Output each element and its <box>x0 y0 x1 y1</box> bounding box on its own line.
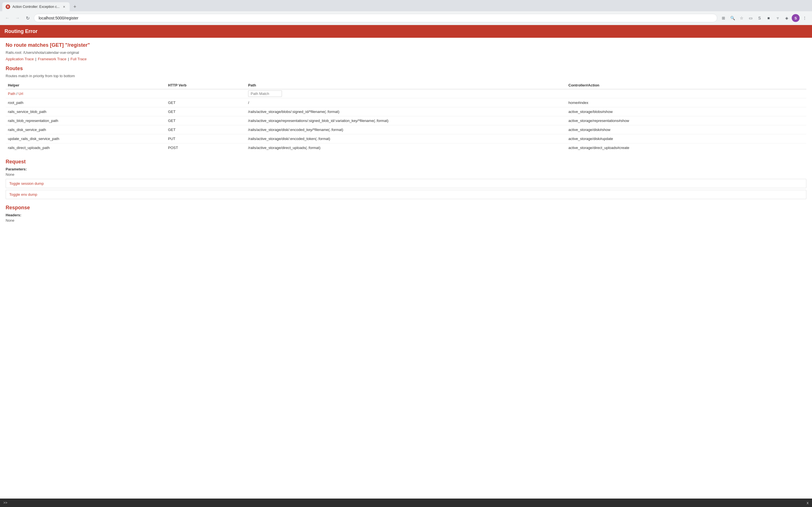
translate-icon[interactable]: ⊞ <box>719 14 727 22</box>
path-url-controller-cell <box>566 89 806 98</box>
application-trace-link[interactable]: Application Trace <box>6 57 34 61</box>
helper-cell: rails_direct_uploads_path <box>6 144 166 152</box>
parameters-label: Parameters: <box>6 167 806 171</box>
menu-icon[interactable]: ⋮ <box>801 14 809 22</box>
routes-subtitle: Routes match in priority from top to bot… <box>6 74 806 78</box>
controller-cell: home#index <box>566 98 806 107</box>
active-tab[interactable]: R Action Controller: Exception c... × <box>2 2 70 11</box>
toggle-session-button[interactable]: Toggle session dump <box>6 179 806 188</box>
trace-links: Application Trace | Framework Trace | Fu… <box>6 57 806 61</box>
extensions-icon[interactable]: ◈ <box>783 14 791 22</box>
controller-cell: active_storage/disk#show <box>566 125 806 134</box>
separator-1: | <box>35 57 38 61</box>
address-input[interactable]: localhost:5000/register <box>34 14 717 22</box>
routing-error-title: Routing Error <box>4 29 38 34</box>
framework-trace-link[interactable]: Framework Trace <box>38 57 66 61</box>
http-verb-column-header: HTTP Verb <box>166 81 246 89</box>
tab-close-button[interactable]: × <box>62 4 66 9</box>
path-cell: /rails/active_storage/blobs/:signed_id/*… <box>246 107 566 116</box>
helper-cell: root_path <box>6 98 166 107</box>
table-header-row: Helper HTTP Verb Path Controller#Action <box>6 81 806 89</box>
verb-cell: GET <box>166 116 246 125</box>
verb-cell: GET <box>166 98 246 107</box>
helper-column-header: Helper <box>6 81 166 89</box>
table-row: rails_service_blob_path GET /rails/activ… <box>6 107 806 116</box>
controller-cell: active_storage/disk#update <box>566 134 806 144</box>
verb-cell: PUT <box>166 134 246 144</box>
helper-cell: rails_disk_service_path <box>6 125 166 134</box>
cast-icon[interactable]: ▭ <box>747 14 755 22</box>
toggle-env-button[interactable]: Toggle env dump <box>6 190 806 199</box>
browser-chrome: R Action Controller: Exception c... × + … <box>0 0 812 25</box>
rails-root: Rails.root: /Users/shota/calendar-vue-or… <box>6 50 806 55</box>
request-section: Request Parameters: None Toggle session … <box>6 159 806 199</box>
url-link[interactable]: Url <box>18 92 23 96</box>
separator-2: | <box>67 57 70 61</box>
tab-bar: R Action Controller: Exception c... × + <box>0 0 812 11</box>
path-cell: / <box>246 98 566 107</box>
path-cell: /rails/active_storage/disk/:encoded_toke… <box>246 134 566 144</box>
helper-cell: rails_blob_representation_path <box>6 116 166 125</box>
back-button[interactable]: ← <box>3 14 11 22</box>
path-match-input[interactable] <box>248 91 282 97</box>
table-row: rails_blob_representation_path GET /rail… <box>6 116 806 125</box>
verb-cell: POST <box>166 144 246 152</box>
browser-actions: ⊞ 🔍 ☆ ▭ S ■ ▿ ◈ S ⋮ <box>719 14 809 22</box>
tab-favicon: R <box>6 4 10 9</box>
response-section-title: Response <box>6 205 806 211</box>
reload-button[interactable]: ↻ <box>24 14 32 22</box>
verb-cell: GET <box>166 125 246 134</box>
tab-title: Action Controller: Exception c... <box>12 5 59 9</box>
parameters-value: None <box>6 172 806 177</box>
verb-cell: GET <box>166 107 246 116</box>
helper-cell: update_rails_disk_service_path <box>6 134 166 144</box>
path-cell: /rails/active_storage/representations/:s… <box>246 116 566 125</box>
address-text: localhost:5000/register <box>39 16 79 20</box>
search-icon[interactable]: 🔍 <box>728 14 737 22</box>
table-row: rails_disk_service_path GET /rails/activ… <box>6 125 806 134</box>
headers-label: Headers: <box>6 213 806 217</box>
controller-cell: active_storage/representations#show <box>566 116 806 125</box>
path-slash: / <box>15 92 18 96</box>
extension1-icon[interactable]: S <box>756 14 763 22</box>
table-row: update_rails_disk_service_path PUT /rail… <box>6 134 806 144</box>
error-title: No route matches [GET] "/register" <box>6 42 806 48</box>
table-row: root_path GET / home#index <box>6 98 806 107</box>
request-section-title: Request <box>6 159 806 165</box>
controller-column-header: Controller#Action <box>566 81 806 89</box>
controller-cell: active_storage/direct_uploads#create <box>566 144 806 152</box>
routing-error-header: Routing Error <box>0 25 812 38</box>
full-trace-link[interactable]: Full Trace <box>70 57 87 61</box>
new-tab-button[interactable]: + <box>71 3 79 11</box>
address-bar: ← → ↻ localhost:5000/register ⊞ 🔍 ☆ ▭ S … <box>0 11 812 25</box>
page-content: Routing Error No route matches [GET] "/r… <box>0 25 812 233</box>
extension2-icon[interactable]: ■ <box>765 14 772 22</box>
response-section: Response Headers: None <box>6 205 806 223</box>
headers-value: None <box>6 218 806 223</box>
path-column-header: Path <box>246 81 566 89</box>
routes-section-title: Routes <box>6 66 806 71</box>
path-url-row: Path / Url <box>6 89 806 98</box>
bookmark-icon[interactable]: ☆ <box>738 14 746 22</box>
path-cell: /rails/active_storage/direct_uploads(.:f… <box>246 144 566 152</box>
filter-icon[interactable]: ▿ <box>774 14 781 22</box>
content-area: No route matches [GET] "/register" Rails… <box>0 38 812 233</box>
path-cell: /rails/active_storage/disk/:encoded_key/… <box>246 125 566 134</box>
routes-table: Helper HTTP Verb Path Controller#Action … <box>6 81 806 152</box>
table-row: rails_direct_uploads_path POST /rails/ac… <box>6 144 806 152</box>
helper-cell: rails_service_blob_path <box>6 107 166 116</box>
profile-button[interactable]: S <box>792 14 800 22</box>
controller-cell: active_storage/blobs#show <box>566 107 806 116</box>
path-url-cell: Path / Url <box>6 89 166 98</box>
path-match-cell <box>246 89 566 98</box>
path-url-verb-cell <box>166 89 246 98</box>
path-link[interactable]: Path <box>8 92 15 96</box>
forward-button[interactable]: → <box>13 14 21 22</box>
